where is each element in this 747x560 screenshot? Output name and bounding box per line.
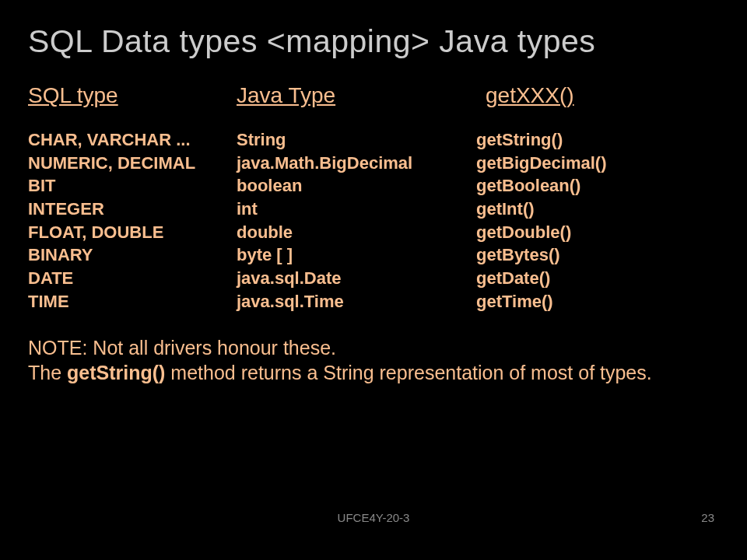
cell-java: String: [237, 128, 476, 152]
header-sql-type: SQL type: [28, 83, 237, 108]
slide: SQL Data types <mapping> Java types SQL …: [0, 0, 747, 386]
cell-sql: TIME: [28, 290, 237, 313]
cell-java: java.sql.Time: [237, 290, 476, 313]
slide-title: SQL Data types <mapping> Java types: [28, 23, 719, 60]
cell-java: double: [237, 221, 476, 244]
cell-get: getInt(): [476, 198, 535, 221]
cell-java: java.sql.Date: [237, 267, 476, 290]
page-number: 23: [701, 511, 714, 524]
table-row: DATE java.sql.Date getDate(): [28, 267, 719, 290]
cell-get: getBoolean(): [476, 174, 580, 198]
note-text: method returns a String representation o…: [165, 362, 651, 383]
header-getxxx: getXXX(): [486, 83, 574, 108]
cell-sql: FLOAT, DOUBLE: [28, 221, 237, 244]
note-block: NOTE: Not all drivers honour these. The …: [28, 335, 719, 386]
table-row: CHAR, VARCHAR ... String getString(): [28, 128, 719, 152]
cell-sql: BIT: [28, 174, 237, 198]
table-header-row: SQL type Java Type getXXX(): [28, 83, 719, 108]
cell-sql: NUMERIC, DECIMAL: [28, 152, 237, 175]
cell-sql: DATE: [28, 267, 237, 290]
footer-course-code: UFCE4Y-20-3: [338, 511, 410, 524]
cell-get: getString(): [476, 128, 563, 152]
note-line-1: NOTE: Not all drivers honour these.: [28, 335, 719, 361]
cell-sql: INTEGER: [28, 198, 237, 221]
note-line-2: The getString() method returns a String …: [28, 360, 719, 386]
cell-get: getDate(): [476, 267, 550, 290]
cell-get: getBigDecimal(): [476, 152, 606, 175]
slide-footer: UFCE4Y-20-3 23: [0, 511, 747, 524]
table-row: BINARY byte [ ] getBytes(): [28, 243, 719, 267]
cell-get: getTime(): [476, 290, 553, 313]
cell-sql: BINARY: [28, 243, 237, 267]
table-row: INTEGER int getInt(): [28, 198, 719, 221]
table-row: FLOAT, DOUBLE double getDouble(): [28, 221, 719, 244]
table-row: TIME java.sql.Time getTime(): [28, 290, 719, 313]
table-row: BIT boolean getBoolean(): [28, 174, 719, 198]
cell-java: byte [ ]: [237, 243, 476, 267]
note-bold: getString(): [67, 362, 165, 383]
cell-get: getBytes(): [476, 243, 560, 267]
cell-java: int: [237, 198, 476, 221]
cell-get: getDouble(): [476, 221, 571, 244]
note-text: The: [28, 362, 67, 383]
mapping-rows: CHAR, VARCHAR ... String getString() NUM…: [28, 128, 719, 313]
header-java-type: Java Type: [237, 83, 486, 108]
table-row: NUMERIC, DECIMAL java.Math.BigDecimal ge…: [28, 152, 719, 175]
cell-java: boolean: [237, 174, 476, 198]
cell-sql: CHAR, VARCHAR ...: [28, 128, 237, 152]
cell-java: java.Math.BigDecimal: [237, 152, 476, 175]
